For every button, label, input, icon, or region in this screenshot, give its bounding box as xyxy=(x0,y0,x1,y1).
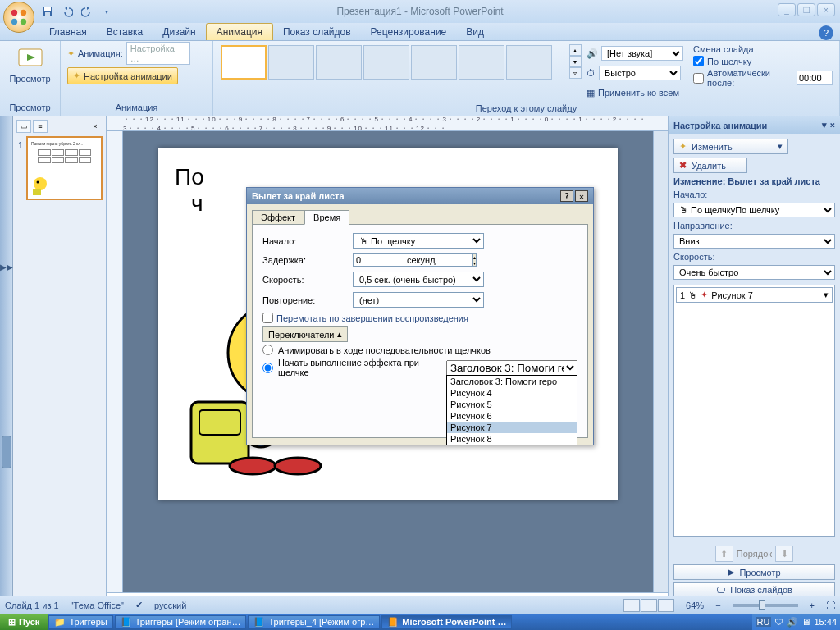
sound-combo[interactable]: [Нет звука] xyxy=(601,46,683,61)
speed-select[interactable]: Очень быстро xyxy=(673,265,835,280)
zoom-out-button[interactable]: − xyxy=(715,600,720,610)
tab-timing[interactable]: Время xyxy=(304,210,349,225)
office-button[interactable] xyxy=(3,2,34,33)
trigger-option[interactable]: Рисунок 7 xyxy=(447,422,577,433)
lang-indicator[interactable]: RU xyxy=(756,617,772,627)
tab-animation[interactable]: Анимация xyxy=(206,23,273,40)
effect-item[interactable]: 1 🖱 ✦ Рисунок 7 ▾ xyxy=(676,287,833,303)
chevron-up-icon: ▴ xyxy=(337,329,342,340)
tray-icon[interactable]: 🔊 xyxy=(787,617,798,628)
rail-handle-icon[interactable] xyxy=(2,436,11,468)
start-button[interactable]: ⊞Пуск xyxy=(0,614,48,630)
animation-combo[interactable]: Настройка … xyxy=(126,42,190,65)
auto-after-time[interactable] xyxy=(797,71,833,85)
apply-all-button[interactable]: ▦Применить ко всем xyxy=(587,84,683,102)
dialog-title: Вылет за край листа xyxy=(252,191,345,201)
clock[interactable]: 15:44 xyxy=(814,617,837,627)
view-buttons[interactable] xyxy=(623,599,674,612)
undo-icon[interactable] xyxy=(59,3,75,20)
transition-thumb[interactable] xyxy=(459,45,504,80)
redo-icon[interactable] xyxy=(79,3,95,20)
custom-animation-button[interactable]: ✦ Настройка анимации xyxy=(67,67,178,84)
trigger-option[interactable]: Рисунок 8 xyxy=(447,433,577,445)
gallery-scroll[interactable]: ▴▾▿ xyxy=(569,44,582,79)
auto-after-check[interactable] xyxy=(693,73,704,84)
radio-trigger[interactable] xyxy=(262,363,273,373)
direction-select[interactable]: Вниз xyxy=(673,234,835,249)
panel-close[interactable]: × xyxy=(88,120,103,133)
taskbar-item[interactable]: 📘Триггеры [Режим огран… xyxy=(115,615,247,629)
tab-review[interactable]: Рецензирование xyxy=(361,24,457,40)
dialog-help-button[interactable]: ? xyxy=(560,190,573,202)
tab-home[interactable]: Главная xyxy=(39,24,97,40)
tray-icon[interactable]: 🖥 xyxy=(801,617,810,627)
dlg-delay-spinner[interactable]: ▴▾ xyxy=(353,253,402,267)
close-button[interactable]: × xyxy=(817,3,835,16)
start-select[interactable]: 🖱 По щелчкуПо щелчку xyxy=(673,203,835,217)
svg-point-20 xyxy=(275,458,321,474)
change-effect-button[interactable]: ✦Изменить▾ xyxy=(673,139,788,154)
svg-rect-11 xyxy=(33,189,41,195)
taskpane-menu-icon[interactable]: ▾ xyxy=(822,120,827,130)
dlg-speed-select[interactable]: 0,5 сек. (очень быстро) xyxy=(353,272,484,287)
dlg-start-select[interactable]: 🖱 По щелчку xyxy=(353,233,484,249)
outline-tab[interactable]: ≡ xyxy=(33,120,48,133)
restore-button[interactable]: ❐ xyxy=(797,3,815,16)
trigger-dropdown-list[interactable]: Заголовок 3: Помоги геро Рисунок 4 Рисун… xyxy=(446,375,578,445)
vertical-scrollbar[interactable] xyxy=(653,131,668,592)
speed-combo[interactable]: Быстро xyxy=(599,66,681,80)
taskbar-item-active[interactable]: 📙Microsoft PowerPoint … xyxy=(381,615,512,629)
left-rail[interactable]: ▶▶ xyxy=(0,116,13,614)
transition-none[interactable] xyxy=(221,45,267,80)
tab-view[interactable]: Вид xyxy=(456,24,494,40)
minimize-button[interactable]: _ xyxy=(778,3,796,16)
transition-thumb[interactable] xyxy=(411,45,457,80)
effect-header: Изменение: Вылет за край листа xyxy=(673,176,835,186)
save-icon[interactable] xyxy=(39,3,56,20)
system-tray[interactable]: RU 🛡 🔊 🖥 15:44 xyxy=(752,614,840,630)
radio-sequence[interactable] xyxy=(262,345,273,355)
fit-button[interactable]: ⛶ xyxy=(826,600,835,610)
qat-more-icon[interactable]: ▾ xyxy=(98,3,115,20)
chevron-down-icon[interactable]: ▾ xyxy=(824,290,829,300)
tab-slideshow[interactable]: Показ слайдов xyxy=(273,24,361,40)
trigger-option[interactable]: Рисунок 5 xyxy=(447,399,577,410)
play-preview-button[interactable]: ▶ Просмотр xyxy=(673,564,835,580)
transition-thumb[interactable] xyxy=(363,45,409,80)
trigger-option[interactable]: Рисунок 6 xyxy=(447,410,577,422)
spellcheck-icon[interactable]: ✔ xyxy=(135,600,143,610)
move-up-button[interactable]: ⬆ xyxy=(715,546,733,562)
transition-thumb[interactable] xyxy=(268,45,314,80)
on-click-check[interactable] xyxy=(693,56,704,66)
triggers-toggle[interactable]: Переключатели ▴ xyxy=(262,326,348,342)
transition-gallery[interactable] xyxy=(220,44,564,80)
taskbar-item[interactable]: 📘Триггеры_4 [Режим огр… xyxy=(248,615,380,629)
slide-thumbnail-1[interactable]: 1 Помоги герою убрать 2 кл… xyxy=(26,136,103,200)
taskbar-item[interactable]: 📁Триггеры xyxy=(48,615,112,629)
trigger-select[interactable]: Заголовок 3: Помоги геро xyxy=(446,360,578,376)
help-button[interactable]: ? xyxy=(819,25,833,40)
status-language[interactable]: русский xyxy=(154,600,186,610)
rewind-check[interactable] xyxy=(262,313,273,323)
taskpane-close[interactable]: × xyxy=(829,120,835,130)
tab-design[interactable]: Дизайн xyxy=(153,24,205,40)
radio-seq-label: Анимировать в ходе последовательности ще… xyxy=(278,345,491,355)
dlg-delay-label: Задержка: xyxy=(262,255,353,265)
move-down-button[interactable]: ⬇ xyxy=(775,546,793,562)
tab-effect[interactable]: Эффект xyxy=(252,210,304,225)
zoom-slider[interactable] xyxy=(733,604,798,607)
effects-list[interactable]: 1 🖱 ✦ Рисунок 7 ▾ xyxy=(673,285,835,537)
slides-tab[interactable]: ▭ xyxy=(16,120,31,133)
zoom-in-button[interactable]: + xyxy=(810,600,815,610)
dialog-close-button[interactable]: ✕ xyxy=(575,190,588,202)
trigger-option[interactable]: Заголовок 3: Помоги геро xyxy=(447,376,577,387)
tray-icon[interactable]: 🛡 xyxy=(774,617,783,627)
preview-button[interactable]: Просмотр xyxy=(6,44,53,85)
zoom-value[interactable]: 64% xyxy=(686,600,704,610)
tab-insert[interactable]: Вставка xyxy=(97,24,153,40)
transition-thumb[interactable] xyxy=(506,45,552,80)
transition-thumb[interactable] xyxy=(316,45,362,80)
trigger-option[interactable]: Рисунок 4 xyxy=(447,387,577,399)
delete-effect-button[interactable]: ✖Удалить xyxy=(673,158,747,173)
dlg-repeat-select[interactable]: (нет) xyxy=(353,292,484,308)
